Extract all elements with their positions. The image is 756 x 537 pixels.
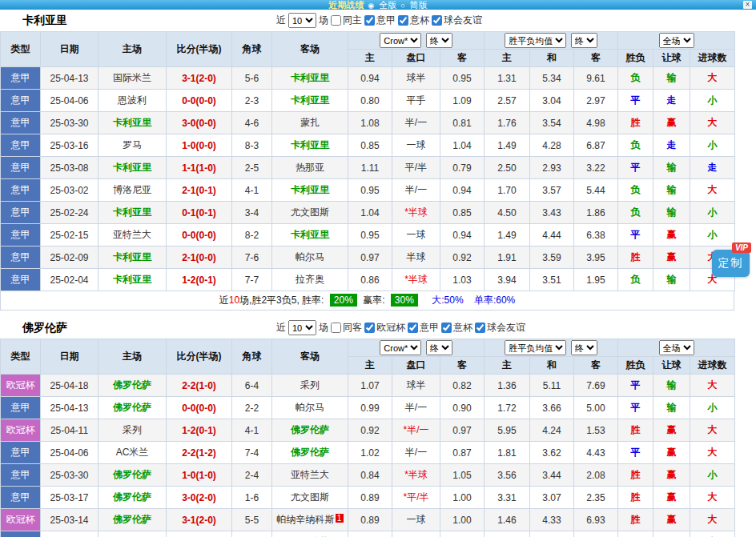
checkbox-input[interactable]: [441, 323, 452, 333]
match-row: 意甲25-04-06恩波利0-0(0-0)2-3卡利亚里0.80平手1.092.…: [1, 90, 735, 112]
filter-checkbox[interactable]: 同主: [331, 14, 362, 27]
filter-checkbox[interactable]: 意杯: [398, 14, 429, 27]
europe-final-select[interactable]: 终: [571, 33, 597, 48]
win-rate-badge: 20%: [330, 294, 357, 307]
col-score: 比分(半场): [167, 339, 232, 375]
home-team[interactable]: 那不勒斯: [99, 531, 167, 537]
odds-provider-select[interactable]: Crow*: [380, 340, 421, 355]
col-asian-away: 客: [440, 50, 485, 67]
checkbox-input[interactable]: [364, 323, 375, 333]
odds-final-select[interactable]: 终: [426, 340, 452, 355]
league-badge: 意甲: [1, 157, 41, 179]
result-goals: 大: [690, 179, 735, 202]
euro-away-odds: 6.42: [574, 531, 618, 537]
away-team[interactable]: 热那亚: [272, 157, 348, 179]
home-team[interactable]: 卡利亚里: [99, 246, 167, 269]
result-goals: 大: [690, 419, 735, 442]
filter-checkbox[interactable]: 球会友谊: [475, 321, 525, 335]
away-team[interactable]: 卡利亚里: [272, 90, 348, 112]
result-handicap: 赢: [653, 442, 690, 464]
away-team[interactable]: 亚特兰大: [272, 464, 348, 487]
scope-select[interactable]: 全场: [659, 33, 694, 48]
home-team[interactable]: 卡利亚里: [99, 157, 167, 179]
asian-handicap: *半球: [392, 269, 440, 291]
asian-handicap: 平手: [392, 90, 440, 112]
away-team[interactable]: 卡利亚里: [272, 67, 348, 90]
home-team[interactable]: 采列: [99, 419, 167, 442]
europe-avg-select[interactable]: 胜平负均值: [505, 340, 566, 355]
home-team[interactable]: 博洛尼亚: [99, 179, 167, 202]
home-team[interactable]: 卡利亚里: [99, 202, 167, 224]
euro-home-odds: 1.72: [485, 397, 530, 419]
away-team[interactable]: 卡利亚里: [272, 224, 348, 246]
away-team[interactable]: 帕尔马: [272, 397, 348, 419]
away-team[interactable]: 佛罗伦萨: [272, 419, 348, 442]
checkbox-input[interactable]: [432, 15, 442, 26]
match-date: 25-02-09: [41, 246, 99, 269]
checkbox-input[interactable]: [364, 15, 375, 26]
result-handicap: 输: [653, 397, 690, 419]
home-team[interactable]: 佛罗伦萨: [99, 509, 167, 531]
odds-final-select[interactable]: 终: [426, 33, 452, 48]
filter-checkbox[interactable]: 意甲: [408, 321, 439, 335]
away-team[interactable]: 采列: [272, 375, 348, 397]
checkbox-input[interactable]: [398, 15, 408, 26]
home-team[interactable]: 佛罗伦萨: [99, 397, 167, 419]
odds-provider-select[interactable]: Crow*: [380, 33, 421, 48]
checkbox-input[interactable]: [408, 323, 418, 333]
checkbox-input[interactable]: [331, 15, 341, 26]
home-team[interactable]: 国际米兰: [99, 67, 167, 90]
scope-select[interactable]: 全场: [659, 340, 694, 355]
filter-checkbox[interactable]: 欧冠杯: [364, 321, 405, 335]
view-full-option[interactable]: 全版: [379, 0, 396, 10]
home-team[interactable]: 罗马: [99, 134, 167, 157]
radio-off-icon[interactable]: ○: [400, 2, 404, 10]
home-team[interactable]: 佛罗伦萨: [99, 487, 167, 509]
home-team[interactable]: 佛罗伦萨: [99, 464, 167, 487]
away-team[interactable]: 尤文图斯: [272, 202, 348, 224]
filter-checkbox[interactable]: 意杯: [441, 321, 472, 335]
home-team[interactable]: 佛罗伦萨: [99, 375, 167, 397]
away-team[interactable]: 尤文图斯: [272, 487, 348, 509]
checkbox-input[interactable]: [475, 323, 485, 333]
result-wdl: 胜: [618, 419, 653, 442]
away-team[interactable]: 佛罗伦萨: [272, 442, 348, 464]
match-date: 25-03-30: [41, 464, 99, 487]
match-score: 2-1(0-1): [167, 179, 232, 202]
away-team[interactable]: 蒙扎: [272, 112, 348, 134]
home-team[interactable]: 恩波利: [99, 90, 167, 112]
result-wdl: 平: [618, 157, 653, 179]
away-team[interactable]: 拉齐奥: [272, 269, 348, 291]
close-icon[interactable]: ×: [743, 1, 752, 9]
asian-away-odds: 1.05: [440, 464, 485, 487]
recent-count-select[interactable]: 10: [288, 13, 316, 28]
radio-on-icon[interactable]: ◉: [368, 2, 374, 10]
europe-final-select[interactable]: 终: [571, 340, 597, 355]
games-label: 场: [319, 321, 328, 335]
away-team[interactable]: 帕纳辛纳科斯1: [272, 509, 348, 531]
euro-home-odds: 1.31: [485, 67, 530, 90]
asian-handicap: 半球: [392, 246, 440, 269]
away-team[interactable]: 佛罗伦萨: [272, 531, 348, 537]
league-badge: 意甲: [1, 112, 41, 134]
filter-checkbox[interactable]: 意甲: [364, 14, 396, 27]
home-team[interactable]: 卡利亚里: [99, 269, 167, 291]
away-team[interactable]: 卡利亚里: [272, 179, 348, 202]
filter-checkbox[interactable]: 同客: [331, 321, 362, 335]
view-simple-option[interactable]: 简版: [410, 0, 428, 10]
europe-avg-select[interactable]: 胜平负均值: [505, 33, 566, 48]
recent-count-select[interactable]: 10: [288, 320, 316, 335]
checkbox-label: 球会友谊: [487, 321, 525, 335]
home-team[interactable]: AC米兰: [99, 442, 167, 464]
corner-count: 4-6: [232, 112, 272, 134]
match-date: 25-02-04: [41, 269, 99, 291]
away-team[interactable]: 卡利亚里: [272, 134, 348, 157]
home-team[interactable]: 卡利亚里: [99, 112, 167, 134]
customize-button[interactable]: 定制: [712, 250, 750, 277]
away-team[interactable]: 帕尔马: [272, 246, 348, 269]
euro-home-odds: 1.70: [485, 179, 530, 202]
home-team[interactable]: 亚特兰大: [99, 224, 167, 246]
filter-checkbox[interactable]: 球会友谊: [432, 14, 482, 27]
checkbox-input[interactable]: [331, 323, 341, 333]
euro-draw-odds: 3.83: [530, 531, 574, 537]
